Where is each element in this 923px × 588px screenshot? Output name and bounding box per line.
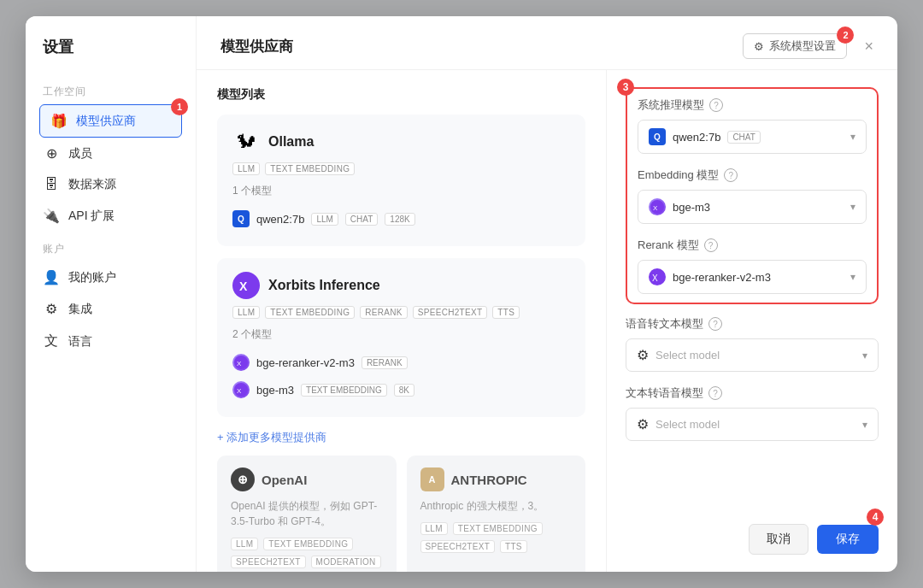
tts-selector[interactable]: ⚙ Select model ▾: [626, 408, 879, 441]
openai-card-desc: OpenAI 提供的模型，例如 GPT-3.5-Turbo 和 GPT-4。: [231, 498, 383, 529]
embedding-model-name: bge-m3: [673, 201, 710, 214]
xorbits-icon: X: [232, 272, 260, 299]
qwen-selector-icon: Q: [649, 128, 666, 145]
page-title: 模型供应商: [220, 37, 293, 56]
sidebar-item-my-account-label: 我的账户: [68, 270, 116, 285]
sidebar-item-model-provider-label: 模型供应商: [76, 114, 136, 129]
main-content: 模型供应商 ⚙ 系统模型设置 2 × 模型列表: [197, 16, 897, 572]
tts-help-icon[interactable]: ?: [708, 386, 722, 400]
rerank-model-name: bge-reranker-v2-m3: [673, 271, 771, 284]
system-inference-section: 系统推理模型 ? Q qwen2:7b CHAT ▾: [638, 97, 867, 154]
close-button[interactable]: ×: [864, 38, 873, 56]
sidebar-item-model-provider[interactable]: 🎁 模型供应商 1: [39, 104, 182, 138]
model-row-bge-m3: X bge-m3 TEXT EMBEDDING 8K: [232, 376, 570, 403]
integration-icon: ⚙: [43, 301, 60, 317]
chevron-down-icon-3: ▾: [850, 271, 855, 283]
embedding-selector[interactable]: X bge-m3 ▾: [638, 190, 867, 224]
chat-tag: CHAT: [727, 131, 760, 144]
system-model-settings-button[interactable]: ⚙ 系统模型设置: [743, 33, 847, 59]
speech-selector[interactable]: ⚙ Select model ▾: [626, 338, 879, 372]
speech-section: 语音转文本模型 ? ⚙ Select model ▾: [626, 316, 879, 372]
bge-m3-icon: X: [232, 381, 250, 398]
badge-1: 1: [171, 98, 188, 115]
bge-m3-selector-icon: X: [649, 198, 666, 215]
sidebar-item-api-extension[interactable]: 🔌 API 扩展: [26, 200, 196, 232]
badge-4: 4: [867, 509, 884, 526]
qwen-icon: Q: [232, 210, 250, 227]
chevron-down-icon-2: ▾: [850, 201, 855, 213]
tts-section: 文本转语音模型 ? ⚙ Select model ▾: [626, 385, 879, 441]
sidebar-item-members[interactable]: ⊕ 成员: [26, 138, 196, 169]
model-row-bge-reranker: X bge-reranker-v2-m3 RERANK: [232, 349, 570, 376]
ollama-header: 🐿 Ollama: [232, 128, 570, 156]
sidebar-item-language-label: 语言: [68, 334, 92, 350]
gear-icon: ⚙: [754, 40, 764, 53]
bge-reranker-tag: RERANK: [362, 356, 408, 369]
provider-card-ollama: 🐿 Ollama LLM TEXT EMBEDDING 1 个模型 Q qwen…: [217, 115, 585, 246]
ollama-tags: LLM TEXT EMBEDDING: [232, 162, 570, 175]
settings-modal: 设置 工作空间 🎁 模型供应商 1 ⊕ 成员 🗄 数据来源 🔌: [26, 16, 897, 572]
model-list-panel: 模型列表 🐿 Ollama LLM TEXT EMBEDDING 1 个模型: [197, 70, 607, 572]
system-inference-help-icon[interactable]: ?: [709, 98, 723, 112]
sidebar-item-integration[interactable]: ⚙ 集成: [26, 293, 196, 325]
members-icon: ⊕: [43, 145, 60, 162]
system-inference-selector[interactable]: Q qwen2:7b CHAT ▾: [638, 120, 867, 154]
grayed-card-anthropic[interactable]: A ANTHROPIC Anthropic 的强大模型，3。 LLM TEXT …: [407, 456, 586, 572]
bge-m3-name: bge-m3: [256, 384, 294, 397]
main-header: 模型供应商 ⚙ 系统模型设置 2 ×: [197, 16, 897, 70]
qwen-model-name: qwen2:7b: [256, 213, 304, 226]
embedding-help-icon[interactable]: ?: [724, 168, 738, 182]
speech-placeholder: Select model: [656, 349, 720, 362]
header-right: ⚙ 系统模型设置 2 ×: [743, 33, 873, 59]
svg-text:X: X: [237, 387, 242, 395]
bge-reranker-selector-icon: X: [649, 268, 666, 285]
grayed-card-openai[interactable]: ⊕ OpenAI OpenAI 提供的模型，例如 GPT-3.5-Turbo 和…: [217, 456, 397, 572]
add-provider-link[interactable]: + 添加更多模型提供商: [217, 430, 326, 445]
system-model-settings-label: 系统模型设置: [769, 38, 836, 54]
save-button[interactable]: 保存: [817, 525, 879, 554]
chevron-down-icon: ▾: [850, 131, 855, 143]
speech-select-icon: ⚙: [637, 347, 649, 363]
xorbits-model-count: 2 个模型: [232, 327, 570, 342]
xorbits-tag-rerank: RERANK: [360, 306, 407, 319]
anthropic-card-desc: Anthropic 的强大模型，3。: [420, 498, 573, 514]
action-row: 取消 保存 4: [626, 517, 879, 555]
tts-title: 文本转语音模型 ?: [626, 385, 879, 401]
xorbits-tag-text-embedding: TEXT EMBEDDING: [265, 306, 355, 319]
anthropic-tags: LLM TEXT EMBEDDING SPEECH2TEXT TTS: [420, 522, 573, 553]
bge-reranker-name: bge-reranker-v2-m3: [256, 356, 355, 369]
model-row-qwen: Q qwen2:7b LLM CHAT 128K: [232, 205, 570, 232]
cancel-button[interactable]: 取消: [749, 524, 808, 555]
anthropic-icon: A: [420, 467, 444, 491]
my-account-icon: 👤: [43, 269, 60, 285]
bge-reranker-icon: X: [232, 354, 250, 371]
right-panel: 系统推理模型 ? Q qwen2:7b CHAT ▾: [607, 70, 897, 572]
model-list-title: 模型列表: [217, 87, 585, 103]
rerank-help-icon[interactable]: ?: [704, 238, 718, 252]
openai-card-header: ⊕ OpenAI: [231, 467, 383, 491]
rerank-selector[interactable]: X bge-reranker-v2-m3 ▾: [638, 260, 867, 294]
sidebar-item-data-source[interactable]: 🗄 数据来源: [26, 169, 196, 200]
sidebar: 设置 工作空间 🎁 模型供应商 1 ⊕ 成员 🗄 数据来源 🔌: [26, 16, 197, 572]
rerank-title: Rerank 模型 ?: [638, 238, 867, 253]
sidebar-item-language[interactable]: 文 语言: [26, 325, 196, 358]
openai-card-name: OpenAI: [262, 473, 307, 487]
sidebar-item-members-label: 成员: [68, 146, 92, 162]
badge-2: 2: [837, 26, 854, 44]
bge-m3-tag-8k: 8K: [394, 384, 414, 397]
qwen-tag-chat: CHAT: [345, 213, 378, 226]
speech-help-icon[interactable]: ?: [708, 317, 722, 331]
embedding-title: Embedding 模型 ?: [638, 168, 867, 183]
modal-overlay: 设置 工作空间 🎁 模型供应商 1 ⊕ 成员 🗄 数据来源 🔌: [0, 0, 923, 588]
tts-select-icon: ⚙: [637, 416, 649, 432]
content-body: 模型列表 🐿 Ollama LLM TEXT EMBEDDING 1 个模型: [197, 70, 897, 572]
sidebar-title: 设置: [26, 37, 196, 74]
xorbits-name: Xorbits Inference: [268, 278, 380, 293]
sidebar-item-api-extension-label: API 扩展: [68, 209, 115, 224]
sidebar-item-my-account[interactable]: 👤 我的账户: [26, 262, 196, 293]
api-extension-icon: 🔌: [43, 208, 60, 224]
ollama-tag-text-embedding: TEXT EMBEDDING: [265, 162, 355, 175]
qwen-tag-llm: LLM: [311, 213, 338, 226]
ollama-icon: 🐿: [232, 128, 260, 156]
qwen-tag-128k: 128K: [385, 213, 414, 226]
